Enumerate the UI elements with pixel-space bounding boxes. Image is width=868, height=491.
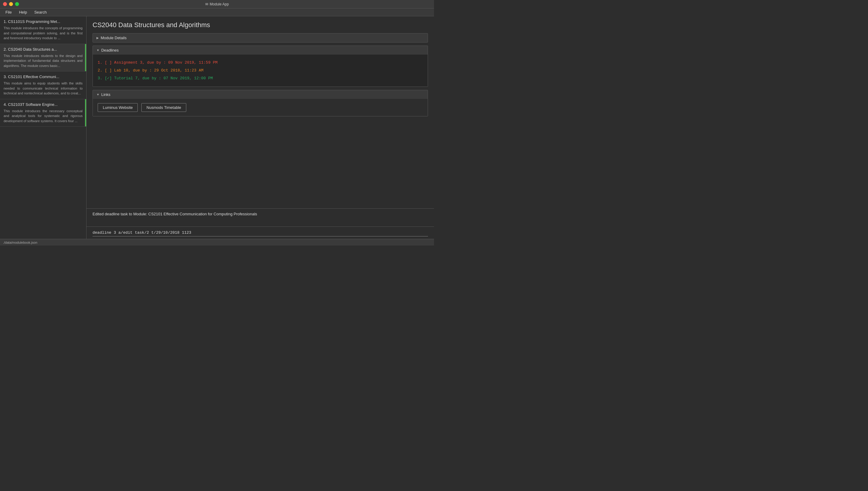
menu-help[interactable]: Help [16, 9, 30, 16]
sidebar-item-desc-1: This module introduces the concepts of p… [4, 26, 83, 41]
sidebar-item-title-3: 3. CS2101 Effective Communi... [4, 75, 83, 79]
sidebar-item-desc-3: This module aims to equip students with … [4, 81, 83, 96]
sidebar-accent-2 [85, 44, 86, 71]
section-header-links[interactable]: ▼ Links [93, 90, 428, 99]
status-message: Edited deadline task to Module: CS2101 E… [93, 212, 428, 216]
footer-path: ./data/modulebook.json [3, 241, 37, 244]
maximize-button[interactable] [15, 2, 19, 6]
sidebar-item-cs2040[interactable]: 2. CS2040 Data Structures a... This modu… [0, 44, 86, 72]
module-title: CS2040 Data Structures and Algorithms [93, 21, 428, 29]
title-icon: ✉ [205, 2, 208, 6]
section-label-deadlines: Deadlines [101, 48, 119, 53]
sidebar-item-cs2101[interactable]: 3. CS2101 Effective Communi... This modu… [0, 71, 86, 99]
section-label-links: Links [101, 92, 110, 97]
deadline-item-2: 2. [ ] Lab 10, due by : 29 Oct 2018, 11:… [98, 67, 423, 75]
footer-bar: ./data/modulebook.json [0, 239, 434, 246]
menu-search[interactable]: Search [31, 9, 50, 16]
window-controls[interactable] [3, 2, 19, 6]
deadlines-body: 1. [ ] Assignment 3, due by : 09 Nov 201… [93, 55, 428, 87]
links-body: Luminus Website Nusmods Timetable [93, 99, 428, 116]
command-input[interactable] [93, 229, 428, 236]
sidebar-item-title-4: 4. CS2103T Software Engine... [4, 102, 83, 107]
title-bar-label: ✉ Module App [205, 2, 229, 6]
nusmods-timetable-button[interactable]: Nusmods Timetable [141, 103, 186, 112]
menu-bar: File Help Search [0, 8, 434, 16]
arrow-module-details: ▶ [96, 36, 99, 39]
sidebar: 1. CS1101S Programming Met... This modul… [0, 16, 87, 239]
section-module-details: ▶ Module Details [93, 33, 428, 42]
sidebar-item-title-1: 1. CS1101S Programming Met... [4, 19, 83, 24]
arrow-deadlines: ▼ [96, 49, 99, 52]
minimize-button[interactable] [9, 2, 13, 6]
sidebar-accent-4 [85, 99, 86, 127]
title-bar: ✉ Module App [0, 0, 434, 8]
section-links: ▼ Links Luminus Website Nusmods Timetabl… [93, 90, 428, 116]
main-layout: 1. CS1101S Programming Met... This modul… [0, 16, 434, 239]
section-label-module-details: Module Details [101, 36, 127, 40]
close-button[interactable] [3, 2, 7, 6]
section-header-module-details[interactable]: ▶ Module Details [93, 33, 428, 42]
command-input-area [87, 227, 434, 239]
content-area: CS2040 Data Structures and Algorithms ▶ … [87, 16, 434, 239]
sidebar-item-desc-2: This module introduces students to the d… [4, 53, 83, 68]
sidebar-item-title-2: 2. CS2040 Data Structures a... [4, 47, 83, 52]
sidebar-item-cs2103t[interactable]: 4. CS2103T Software Engine... This modul… [0, 99, 86, 127]
section-deadlines: ▼ Deadlines 1. [ ] Assignment 3, due by … [93, 46, 428, 87]
section-header-deadlines[interactable]: ▼ Deadlines [93, 46, 428, 55]
status-area: Edited deadline task to Module: CS2101 E… [87, 208, 434, 227]
arrow-links: ▼ [96, 93, 99, 96]
content-main: CS2040 Data Structures and Algorithms ▶ … [87, 16, 434, 208]
deadline-item-3: 3. [✓] Tutorial 7, due by : 07 Nov 2019,… [98, 75, 423, 82]
luminus-website-button[interactable]: Luminus Website [98, 103, 138, 112]
sidebar-item-cs1101s[interactable]: 1. CS1101S Programming Met... This modul… [0, 16, 86, 44]
deadline-item-1: 1. [ ] Assignment 3, due by : 09 Nov 201… [98, 59, 423, 67]
menu-file[interactable]: File [2, 9, 15, 16]
sidebar-item-desc-4: This module introduces the necessary con… [4, 109, 83, 124]
